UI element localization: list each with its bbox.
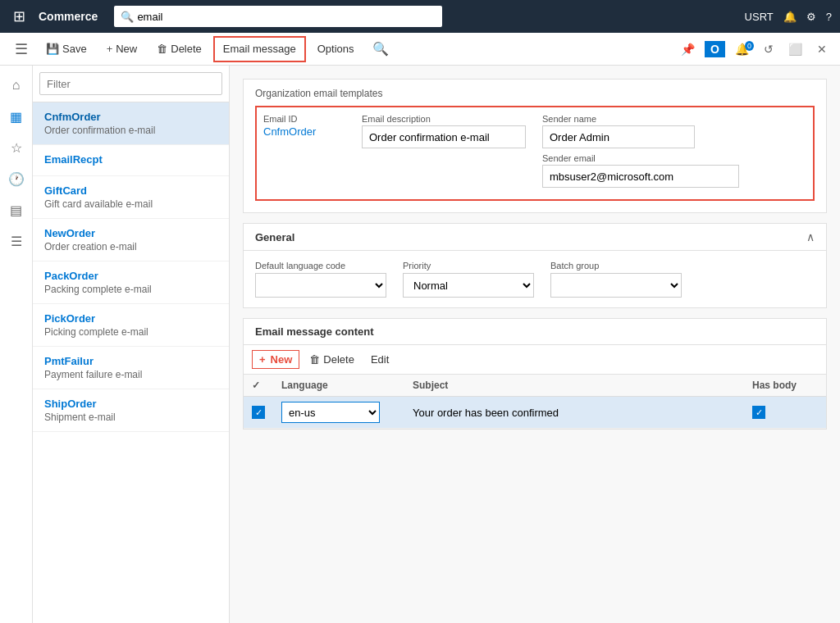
list-icon[interactable]: ☰ xyxy=(3,228,30,254)
list-item-title: PackOrder xyxy=(44,270,217,282)
list-item[interactable]: PackOrder Packing complete e-mail xyxy=(33,261,229,304)
delete-label: Delete xyxy=(323,353,354,366)
pin-control[interactable]: 📌 xyxy=(676,41,700,57)
email-id-label: Email ID xyxy=(263,114,345,124)
sender-email-input[interactable] xyxy=(542,165,739,188)
new-icon: + xyxy=(107,43,113,55)
search-input[interactable] xyxy=(137,11,436,23)
content-delete-button[interactable]: 🗑 Delete xyxy=(303,351,361,368)
list-item-subtitle: Picking complete e-mail xyxy=(44,326,217,338)
list-item[interactable]: EmailRecpt xyxy=(33,145,229,176)
list-item-subtitle: Gift card available e-mail xyxy=(44,198,217,210)
priority-label: Priority xyxy=(403,261,534,271)
toolbar-search-icon[interactable]: 🔍 xyxy=(372,41,389,57)
sender-name-field: Sender name xyxy=(542,114,695,148)
batch-group-field: Batch group xyxy=(550,261,682,298)
general-section: General ∧ Default language code Priority… xyxy=(243,223,827,308)
list-item-subtitle: Payment failure e-mail xyxy=(44,369,217,380)
list-panel: CnfmOrder Order confirmation e-mail Emai… xyxy=(33,66,230,623)
window-controls: 📌 O 🔔0 ↺ ⬜ ✕ xyxy=(676,41,832,57)
general-body: Default language code Priority Normal Hi… xyxy=(244,251,826,307)
default-lang-select[interactable] xyxy=(255,273,386,298)
restore-control[interactable]: ⬜ xyxy=(783,41,807,57)
batch-group-select[interactable] xyxy=(550,273,682,298)
save-button[interactable]: 💾 Save xyxy=(38,36,95,62)
email-desc-field: Email description xyxy=(362,114,526,148)
star-icon[interactable]: ☆ xyxy=(3,134,30,161)
main-layout: ⌂ ▦ ☆ 🕐 ▤ ☰ CnfmOrder Order confirmation… xyxy=(0,66,840,623)
user-label: USRT xyxy=(745,11,774,23)
table-header-row: ✓ Language Subject Has body xyxy=(244,375,826,397)
filter-area xyxy=(33,66,229,102)
email-desc-input[interactable] xyxy=(362,125,526,148)
list-item[interactable]: PickOrder Picking complete e-mail xyxy=(33,304,229,347)
new-label: New xyxy=(271,353,293,366)
gear-icon[interactable]: ⚙ xyxy=(806,11,816,23)
priority-select[interactable]: Normal High Low xyxy=(403,273,534,298)
home-icon[interactable]: ⌂ xyxy=(3,72,30,98)
options-button[interactable]: Options xyxy=(309,36,363,62)
col-has-body-header: Has body xyxy=(744,375,826,397)
hamburger-icon[interactable]: ☰ xyxy=(8,36,34,62)
delete-icon: 🗑 xyxy=(157,43,167,55)
calendar-icon[interactable]: ▤ xyxy=(3,197,30,223)
grid-icon[interactable]: ⊞ xyxy=(8,7,30,25)
org-section: Organization email templates Email ID Cn… xyxy=(243,79,827,213)
toolbar: ☰ 💾 Save + New 🗑 Delete Email message Op… xyxy=(0,33,840,66)
org-section-title: Organization email templates xyxy=(255,88,815,99)
row-has-body: ✓ xyxy=(744,397,826,429)
priority-field: Priority Normal High Low xyxy=(403,261,534,298)
content-edit-button[interactable]: Edit xyxy=(364,351,395,368)
general-title: General xyxy=(255,231,294,243)
language-select[interactable]: en-us xyxy=(281,402,380,423)
help-icon[interactable]: ? xyxy=(826,11,832,23)
delete-icon: 🗑 xyxy=(309,353,320,366)
list-item-subtitle: Packing complete e-mail xyxy=(44,284,217,295)
email-message-button[interactable]: Email message xyxy=(213,36,306,62)
bell-icon[interactable]: 🔔 xyxy=(783,11,797,23)
list-item-subtitle: Order confirmation e-mail xyxy=(44,125,217,136)
refresh-control[interactable]: ↺ xyxy=(759,41,778,57)
content-area: Organization email templates Email ID Cn… xyxy=(230,66,840,623)
row-language[interactable]: en-us xyxy=(273,397,404,429)
col-check-header: ✓ xyxy=(244,375,273,397)
has-body-check: ✓ xyxy=(752,406,765,419)
sender-name-input[interactable] xyxy=(542,125,695,148)
list-items: CnfmOrder Order confirmation e-mail Emai… xyxy=(33,102,229,623)
email-template-grid: Email ID CnfmOrder Email description Sen… xyxy=(255,106,815,201)
content-new-button[interactable]: + New xyxy=(252,350,299,369)
list-item-title: EmailRecpt xyxy=(44,153,217,166)
table-row[interactable]: ✓ en-us Your order has been confirmed ✓ xyxy=(244,397,826,429)
sender-email-label: Sender email xyxy=(542,153,739,163)
list-item[interactable]: CnfmOrder Order confirmation e-mail xyxy=(33,102,229,145)
notification-control[interactable]: 🔔0 xyxy=(730,41,754,57)
content-toolbar: + New 🗑 Delete Edit xyxy=(244,345,826,375)
filter-input[interactable] xyxy=(39,72,222,95)
list-item-title: NewOrder xyxy=(44,227,217,239)
history-icon[interactable]: 🕐 xyxy=(3,166,30,192)
list-item[interactable]: ShipOrder Shipment e-mail xyxy=(33,389,229,432)
close-control[interactable]: ✕ xyxy=(812,41,832,57)
filter-icon[interactable]: ▦ xyxy=(3,103,30,130)
delete-button[interactable]: 🗑 Delete xyxy=(148,36,210,62)
app-title: Commerce xyxy=(39,10,98,23)
check-icon: ✓ xyxy=(252,406,265,419)
list-item-subtitle: Shipment e-mail xyxy=(44,412,217,423)
sidebar-icons: ⌂ ▦ ☆ 🕐 ▤ ☰ xyxy=(0,66,33,623)
list-item[interactable]: GiftCard Gift card available e-mail xyxy=(33,176,229,219)
nav-right: USRT 🔔 ⚙ ? xyxy=(745,11,832,23)
sender-email-field: Sender email xyxy=(542,153,739,188)
email-id-value[interactable]: CnfmOrder xyxy=(263,125,345,138)
list-item-title: CnfmOrder xyxy=(44,111,217,123)
list-item-subtitle: Order creation e-mail xyxy=(44,241,217,252)
outlook-control[interactable]: O xyxy=(705,41,725,57)
email-id-field: Email ID CnfmOrder xyxy=(263,114,345,148)
new-button[interactable]: + New xyxy=(98,36,146,62)
plus-icon: + xyxy=(259,353,266,366)
general-header[interactable]: General ∧ xyxy=(244,224,826,251)
default-lang-field: Default language code xyxy=(255,261,386,298)
col-language-header: Language xyxy=(273,375,404,397)
search-box[interactable]: 🔍 xyxy=(114,6,442,27)
list-item[interactable]: NewOrder Order creation e-mail xyxy=(33,219,229,261)
list-item[interactable]: PmtFailur Payment failure e-mail xyxy=(33,347,229,389)
